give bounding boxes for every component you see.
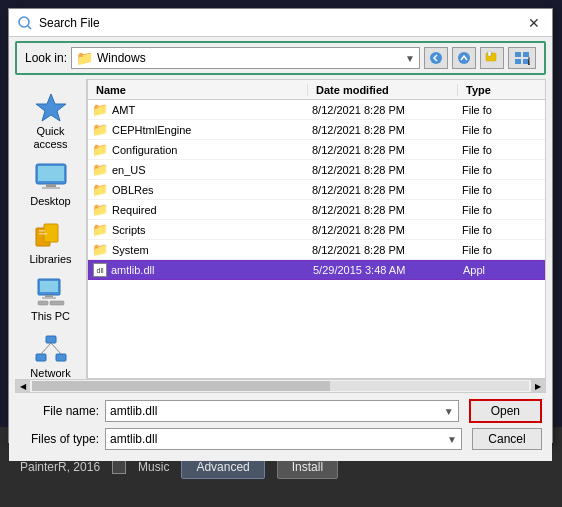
scroll-left-button[interactable]: ◀ <box>16 380 30 392</box>
file-name-row: File name: amtlib.dll ▼ Open <box>19 399 542 423</box>
file-name-cell: 📁en_US <box>88 162 308 177</box>
file-name-value: amtlib.dll <box>110 404 157 418</box>
file-name-cell: 📁Configuration <box>88 142 308 157</box>
file-name: AMT <box>112 104 135 116</box>
file-type-cell: File fo <box>458 164 545 176</box>
scroll-track[interactable] <box>32 381 529 391</box>
dialog-icon <box>17 15 33 31</box>
cancel-button[interactable]: Cancel <box>472 428 542 450</box>
up-button[interactable] <box>452 47 476 69</box>
sidebar-item-desktop[interactable]: Desktop <box>17 157 85 212</box>
file-type-cell: Appl <box>459 264 544 276</box>
scroll-thumb[interactable] <box>32 381 330 391</box>
folder-icon: 📁 <box>92 202 108 217</box>
view-options-button[interactable] <box>508 47 536 69</box>
music-label: Music <box>138 460 169 474</box>
svg-point-3 <box>458 52 470 64</box>
folder-icon: 📁 <box>92 142 108 157</box>
folder-icon: 📁 <box>92 102 108 117</box>
bottom-form: File name: amtlib.dll ▼ Open Files of ty… <box>9 393 552 461</box>
file-type-cell: File fo <box>458 244 545 256</box>
recent-button[interactable] <box>480 47 504 69</box>
svg-rect-23 <box>38 301 48 305</box>
file-date-cell: 8/12/2021 8:28 PM <box>308 244 458 256</box>
file-name-input[interactable]: amtlib.dll ▼ <box>105 400 459 422</box>
file-type-cell: File fo <box>458 224 545 236</box>
cancel-button-container: Cancel <box>472 428 542 450</box>
table-row[interactable]: 📁Scripts8/12/2021 8:28 PMFile fo <box>88 220 545 240</box>
file-date-cell: 8/12/2021 8:28 PM <box>308 144 458 156</box>
file-name-cell: 📁System <box>88 242 308 257</box>
svg-rect-25 <box>46 336 56 343</box>
svg-point-0 <box>19 17 29 27</box>
file-name-label: File name: <box>19 404 99 418</box>
file-date-cell: 8/12/2021 8:28 PM <box>308 224 458 236</box>
file-type-cell: File fo <box>458 184 545 196</box>
file-name: CEPHtmlEngine <box>112 124 191 136</box>
libraries-label: Libraries <box>29 253 71 266</box>
file-type-dropdown-icon: ▼ <box>447 434 457 445</box>
table-row[interactable]: 📁Configuration8/12/2021 8:28 PMFile fo <box>88 140 545 160</box>
file-rows-container: 📁AMT8/12/2021 8:28 PMFile fo📁CEPHtmlEngi… <box>88 100 545 280</box>
file-name-cell: 📁Required <box>88 202 308 217</box>
file-type-row: Files of type: amtlib.dll ▼ Cancel <box>19 428 542 450</box>
file-name: Required <box>112 204 157 216</box>
open-button[interactable]: Open <box>469 399 542 423</box>
sidebar-item-this-pc[interactable]: This PC <box>17 272 85 327</box>
scroll-right-button[interactable]: ▶ <box>531 380 545 392</box>
table-row[interactable]: 📁en_US8/12/2021 8:28 PMFile fo <box>88 160 545 180</box>
file-date-cell: 8/12/2021 8:28 PM <box>308 124 458 136</box>
file-name-cell: 📁CEPHtmlEngine <box>88 122 308 137</box>
close-button[interactable]: ✕ <box>524 13 544 33</box>
file-type-cell: File fo <box>458 144 545 156</box>
libraries-icon <box>33 219 69 251</box>
svg-rect-22 <box>42 297 56 299</box>
file-name: System <box>112 244 149 256</box>
sidebar-item-quick-access[interactable]: Quick access <box>17 87 85 155</box>
file-type-label: Files of type: <box>19 432 99 446</box>
file-name-cell: dllamtlib.dll <box>89 263 309 277</box>
this-pc-label: This PC <box>31 310 70 323</box>
file-name: amtlib.dll <box>111 264 154 276</box>
dialog-title: Search File <box>39 16 518 30</box>
svg-rect-14 <box>42 187 60 189</box>
file-date-cell: 5/29/2015 3:48 AM <box>309 264 459 276</box>
back-button[interactable] <box>424 47 448 69</box>
music-checkbox[interactable] <box>112 460 126 474</box>
folder-icon: 📁 <box>92 182 108 197</box>
svg-rect-26 <box>36 354 46 361</box>
file-list-container: Name Date modified Type 📁AMT8/12/2021 8:… <box>87 79 546 379</box>
folder-icon: 📁 <box>92 222 108 237</box>
horizontal-scrollbar[interactable]: ◀ ▶ <box>15 379 546 393</box>
table-row[interactable]: dllamtlib.dll5/29/2015 3:48 AMAppl <box>88 260 545 280</box>
search-file-dialog: Search File ✕ Look in: 📁 Windows ▼ <box>8 8 553 443</box>
svg-rect-6 <box>515 52 521 57</box>
table-row[interactable]: 📁Required8/12/2021 8:28 PMFile fo <box>88 200 545 220</box>
file-type-value: amtlib.dll <box>110 432 157 446</box>
folder-icon: 📁 <box>92 162 108 177</box>
form-buttons: Open <box>469 399 542 423</box>
this-pc-icon <box>33 276 69 308</box>
table-row[interactable]: 📁AMT8/12/2021 8:28 PMFile fo <box>88 100 545 120</box>
file-name-dropdown-icon: ▼ <box>444 406 454 417</box>
look-in-select[interactable]: 📁 Windows ▼ <box>71 47 420 69</box>
file-name-cell: 📁AMT <box>88 102 308 117</box>
bg-app-title: PainterR, 2016 <box>20 460 100 474</box>
svg-marker-10 <box>36 94 66 121</box>
col-date-header[interactable]: Date modified <box>308 84 458 96</box>
col-name-header[interactable]: Name <box>88 84 308 96</box>
sidebar: Quick access Desktop <box>15 79 87 379</box>
sidebar-item-network[interactable]: Network <box>17 329 85 384</box>
file-date-cell: 8/12/2021 8:28 PM <box>308 184 458 196</box>
sidebar-item-libraries[interactable]: Libraries <box>17 215 85 270</box>
table-row[interactable]: 📁OBLRes8/12/2021 8:28 PMFile fo <box>88 180 545 200</box>
file-type-input[interactable]: amtlib.dll ▼ <box>105 428 462 450</box>
network-icon <box>33 333 69 365</box>
svg-line-28 <box>41 343 51 354</box>
col-type-header[interactable]: Type <box>458 84 545 96</box>
dropdown-arrow-icon: ▼ <box>405 53 415 64</box>
file-name: en_US <box>112 164 146 176</box>
table-row[interactable]: 📁System8/12/2021 8:28 PMFile fo <box>88 240 545 260</box>
main-area: Quick access Desktop <box>15 79 546 379</box>
table-row[interactable]: 📁CEPHtmlEngine8/12/2021 8:28 PMFile fo <box>88 120 545 140</box>
